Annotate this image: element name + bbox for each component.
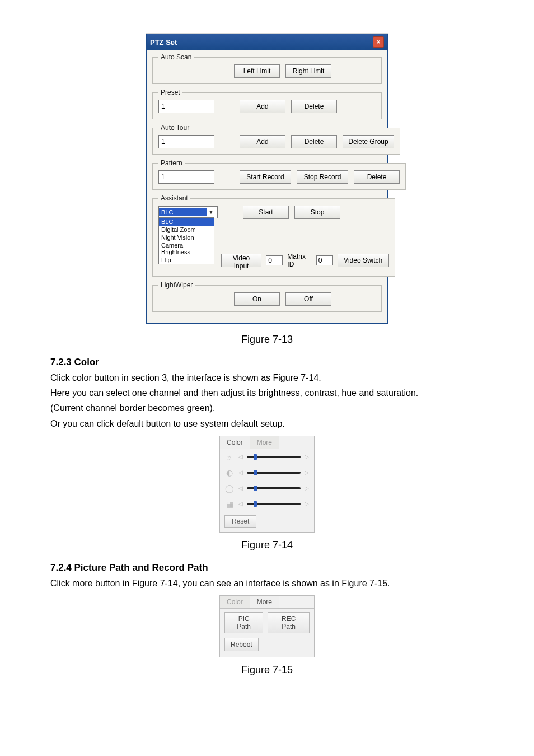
preset-input[interactable] (158, 100, 214, 113)
tab-row: Color More (220, 596, 314, 609)
paragraph: (Current channel border becomes green). (50, 402, 484, 414)
pattern-start-button[interactable]: Start Record (240, 170, 291, 184)
contrast-slider[interactable] (247, 472, 301, 474)
assistant-start-button[interactable]: Start (243, 206, 289, 219)
autotour-group: Auto Tour Add Delete Delete Group (152, 124, 400, 155)
tab-color[interactable]: Color (220, 596, 250, 608)
close-icon[interactable]: × (373, 36, 384, 48)
paragraph: Click more button in Figure 7-14, you ca… (50, 577, 484, 590)
pattern-group: Pattern Start Record Stop Record Delete (152, 159, 406, 190)
assistant-option[interactable]: Camera Brightness (159, 241, 214, 256)
assistant-legend: Assistant (158, 194, 190, 202)
slider-right-icon[interactable]: ▷ (304, 485, 310, 491)
slider-left-icon[interactable]: ◁ (238, 501, 243, 507)
left-limit-button[interactable]: Left Limit (234, 64, 280, 78)
assistant-option[interactable]: Digital Zoom (159, 226, 214, 234)
figure-caption-13: Figure 7-13 (50, 334, 484, 346)
video-switch-button[interactable]: Video Switch (338, 254, 389, 267)
slider-right-icon[interactable]: ▷ (304, 454, 310, 460)
brightness-slider-row: ☼ ◁ ▷ (220, 449, 314, 465)
dialog-body: Auto Scan Left Limit Right Limit Preset … (147, 50, 387, 323)
slider-right-icon[interactable]: ▷ (304, 469, 310, 475)
video-input-value[interactable] (266, 255, 283, 265)
pic-path-button[interactable]: PIC Path (224, 612, 263, 633)
hue-slider[interactable] (247, 487, 301, 489)
assistant-select[interactable]: BLC ▼ (158, 206, 218, 218)
tab-color[interactable]: Color (220, 436, 250, 449)
dialog-titlebar: PTZ Set × (147, 34, 387, 50)
more-panel: Color More PIC Path REC Path Reboot (219, 595, 315, 657)
figure-caption-15: Figure 7-15 (50, 664, 484, 676)
saturation-slider[interactable] (247, 503, 301, 505)
pattern-input[interactable] (158, 170, 214, 184)
matrix-id-label: Matrix ID (287, 253, 311, 268)
lightwiper-off-button[interactable]: Off (285, 292, 331, 306)
autotour-delete-group-button[interactable]: Delete Group (343, 135, 394, 148)
autotour-legend: Auto Tour (158, 124, 191, 132)
tab-row: Color More (220, 436, 314, 449)
hue-slider-row: ◯ ◁ ▷ (220, 480, 314, 496)
brightness-icon: ☼ (224, 452, 235, 462)
autoscan-legend: Auto Scan (158, 53, 194, 61)
section-heading-path: 7.2.4 Picture Path and Record Path (50, 562, 484, 573)
brightness-slider[interactable] (247, 456, 301, 458)
tab-more[interactable]: More (250, 436, 279, 449)
assistant-option[interactable]: Night Vision (159, 234, 214, 241)
video-input-button[interactable]: Video Input (221, 254, 262, 267)
lightwiper-on-button[interactable]: On (234, 292, 280, 306)
lightwiper-group: LightWiper On Off (152, 281, 382, 312)
assistant-stop-button[interactable]: Stop (294, 206, 340, 219)
saturation-icon: ▦ (224, 499, 235, 509)
slider-left-icon[interactable]: ◁ (238, 469, 243, 475)
assistant-selected-value: BLC (159, 208, 207, 216)
preset-delete-button[interactable]: Delete (291, 100, 337, 113)
assistant-option[interactable]: BLC (159, 218, 214, 226)
tab-more[interactable]: More (250, 596, 279, 608)
pattern-legend: Pattern (158, 159, 185, 167)
rec-path-button[interactable]: REC Path (268, 612, 310, 633)
preset-add-button[interactable]: Add (240, 100, 285, 113)
ptz-set-dialog: PTZ Set × Auto Scan Left Limit Right Lim… (146, 34, 388, 324)
matrix-id-value[interactable] (316, 255, 333, 265)
paragraph: Or you can click default button to use s… (50, 417, 484, 430)
slider-left-icon[interactable]: ◁ (238, 485, 243, 491)
autotour-input[interactable] (158, 135, 214, 148)
section-heading-color: 7.2.3 Color (50, 357, 484, 368)
slider-right-icon[interactable]: ▷ (304, 501, 310, 507)
preset-group: Preset Add Delete (152, 88, 382, 119)
dialog-title: PTZ Set (150, 38, 177, 46)
paragraph: Here you can select one channel and then… (50, 386, 484, 399)
assistant-combo-wrap: BLC ▼ BLC Digital Zoom Night Vision Came… (158, 206, 218, 218)
pattern-stop-button[interactable]: Stop Record (297, 170, 348, 184)
lightwiper-legend: LightWiper (158, 281, 195, 289)
contrast-icon: ◐ (224, 468, 235, 478)
assistant-option[interactable]: Flip (159, 256, 214, 264)
reboot-button[interactable]: Reboot (224, 638, 259, 651)
saturation-slider-row: ▦ ◁ ▷ (220, 496, 314, 512)
paragraph: Click color button in section 3, the int… (50, 371, 484, 384)
assistant-group: Assistant BLC ▼ BLC Digital Zoom Night V… (152, 194, 395, 277)
autotour-add-button[interactable]: Add (240, 135, 285, 148)
slider-left-icon[interactable]: ◁ (238, 454, 243, 460)
autotour-delete-button[interactable]: Delete (291, 135, 337, 148)
contrast-slider-row: ◐ ◁ ▷ (220, 465, 314, 480)
right-limit-button[interactable]: Right Limit (285, 64, 331, 78)
pattern-delete-button[interactable]: Delete (354, 170, 400, 184)
autoscan-group: Auto Scan Left Limit Right Limit (152, 53, 382, 84)
preset-legend: Preset (158, 88, 182, 96)
figure-caption-14: Figure 7-14 (50, 539, 484, 551)
color-panel: Color More ☼ ◁ ▷ ◐ ◁ ▷ ◯ ◁ ▷ ▦ ◁ ▷ Reset (219, 436, 315, 533)
chevron-down-icon: ▼ (207, 207, 215, 217)
reset-button[interactable]: Reset (224, 515, 256, 528)
hue-icon: ◯ (224, 483, 235, 493)
assistant-option-list: BLC Digital Zoom Night Vision Camera Bri… (158, 217, 214, 264)
